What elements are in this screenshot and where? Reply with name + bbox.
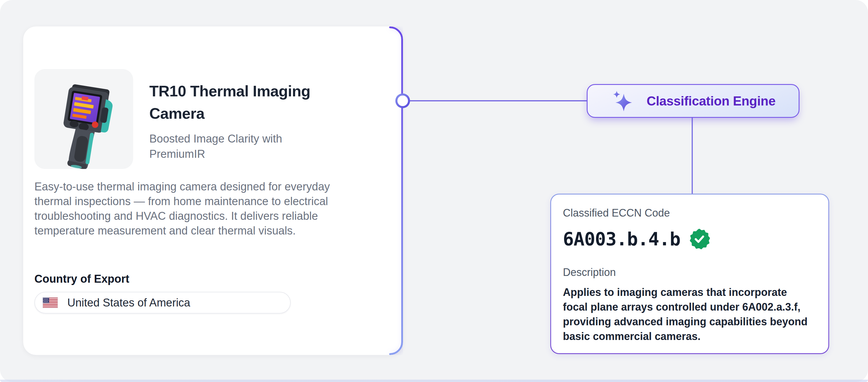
eccn-code-value: 6A003.b.4.b xyxy=(563,228,680,250)
country-select[interactable]: United States of America xyxy=(34,292,291,314)
classification-engine-label: Classification Engine xyxy=(647,94,776,108)
eccn-description: Applies to imaging cameras that incorpor… xyxy=(563,285,816,344)
thermal-camera-illustration xyxy=(34,69,133,169)
product-image xyxy=(34,69,133,169)
us-flag-icon xyxy=(42,297,58,308)
sparkle-icon xyxy=(611,90,634,113)
eccn-result-card: Classified ECCN Code 6A003.b.4.b Descrip… xyxy=(550,194,829,354)
eccn-code-row: 6A003.b.4.b xyxy=(563,227,816,251)
screenshot-stage: TR10 Thermal Imaging Camera Boosted Imag… xyxy=(0,0,868,382)
product-title: TR10 Thermal Imaging Camera xyxy=(149,80,343,125)
connector-line-horizontal xyxy=(409,100,587,101)
product-card: TR10 Thermal Imaging Camera Boosted Imag… xyxy=(23,27,403,355)
country-of-export-label: Country of Export xyxy=(34,273,129,285)
eccn-result-card-inner: Classified ECCN Code 6A003.b.4.b Descrip… xyxy=(551,194,828,353)
eccn-code-label: Classified ECCN Code xyxy=(563,207,816,219)
product-description: Easy-to-use thermal imaging camera desig… xyxy=(34,179,367,238)
classification-engine-badge[interactable]: Classification Engine xyxy=(587,84,800,118)
verified-seal-icon xyxy=(689,228,710,250)
connector-line-vertical xyxy=(692,118,693,194)
app-canvas: TR10 Thermal Imaging Camera Boosted Imag… xyxy=(0,0,868,382)
connector-node xyxy=(395,93,410,108)
product-header: TR10 Thermal Imaging Camera Boosted Imag… xyxy=(149,80,343,162)
country-select-value: United States of America xyxy=(67,296,190,309)
description-label: Description xyxy=(563,266,816,279)
product-subtitle: Boosted Image Clarity with PremiumIR xyxy=(149,131,343,162)
